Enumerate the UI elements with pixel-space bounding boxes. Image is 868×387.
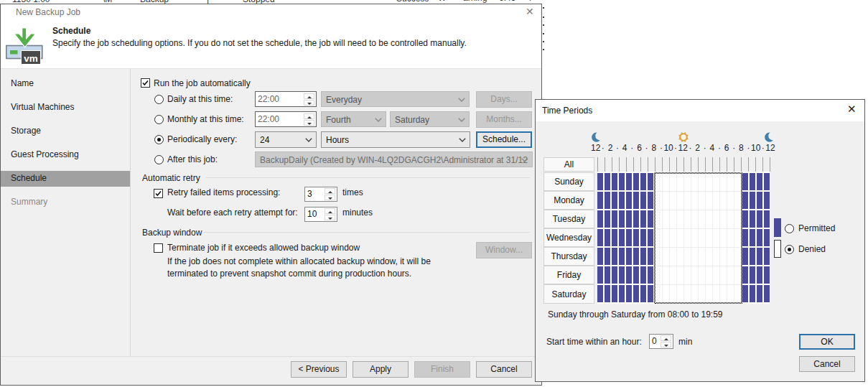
svg-text:vm: vm [24, 53, 38, 64]
